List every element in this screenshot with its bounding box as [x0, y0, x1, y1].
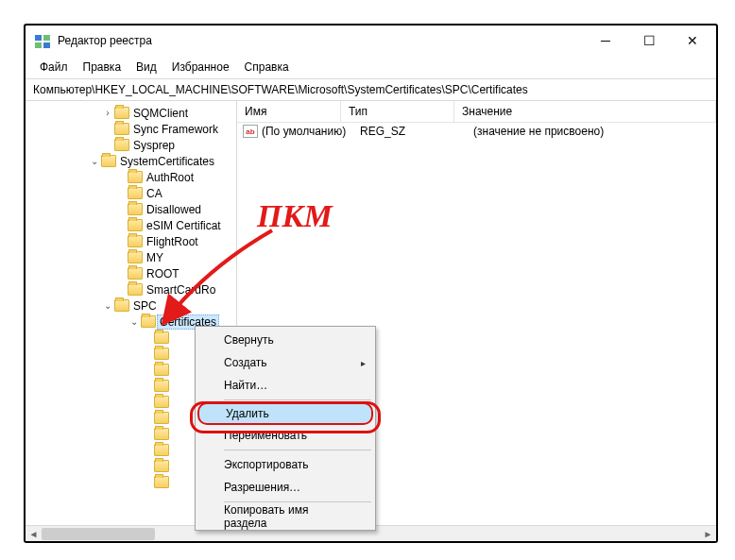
tree-node[interactable]: eSIM Certificat: [26, 217, 236, 233]
folder-icon: [128, 187, 143, 199]
context-menu-label: Разрешения…: [224, 481, 300, 494]
menu-separator: [224, 399, 371, 400]
tree-node[interactable]: Disallowed: [26, 201, 236, 217]
tree-node[interactable]: SystemCertificates: [26, 153, 236, 169]
tree-node-label: AuthRoot: [146, 171, 194, 184]
folder-icon: [114, 123, 129, 135]
window-title: Редактор реестра: [58, 34, 584, 47]
folder-icon: [128, 251, 143, 263]
regedit-icon: [33, 31, 52, 50]
col-name[interactable]: Имя: [237, 101, 341, 122]
menu-separator: [224, 501, 371, 502]
maximize-button[interactable]: ☐: [627, 26, 671, 55]
menu-help[interactable]: Справка: [238, 58, 296, 76]
folder-icon: [141, 315, 156, 328]
tree-node-label: eSIM Certificat: [146, 219, 221, 232]
context-menu-item[interactable]: Копировать имя раздела: [197, 505, 373, 528]
context-menu-label: Создать: [224, 356, 267, 369]
submenu-arrow-icon: ▸: [361, 358, 366, 368]
tree-node[interactable]: ROOT: [26, 265, 236, 281]
tree-node[interactable]: AuthRoot: [26, 169, 236, 185]
titlebar: Редактор реестра ─ ☐ ✕: [26, 25, 716, 56]
expand-icon[interactable]: [88, 156, 101, 166]
address-bar[interactable]: Компьютер\HKEY_LOCAL_MACHINE\SOFTWARE\Mi…: [26, 78, 716, 101]
svg-rect-3: [43, 42, 50, 48]
tree-node[interactable]: Sync Framework: [26, 121, 236, 137]
context-menu-item[interactable]: Удалить: [197, 402, 373, 425]
context-menu-label: Свернуть: [224, 333, 274, 347]
tree-node-label: SPC: [133, 299, 157, 313]
minimize-button[interactable]: ─: [584, 26, 627, 55]
menu-view[interactable]: Вид: [129, 58, 163, 76]
col-type[interactable]: Тип: [341, 101, 454, 122]
col-value[interactable]: Значение: [454, 101, 716, 122]
folder-icon: [154, 428, 169, 440]
context-menu-item[interactable]: Создать▸: [197, 351, 373, 374]
menu-file[interactable]: Файл: [33, 58, 75, 76]
list-row[interactable]: ab (По умолчанию) REG_SZ (значение не пр…: [237, 123, 716, 140]
folder-icon: [101, 155, 116, 167]
tree-node-label: MY: [146, 251, 163, 264]
list-header: Имя Тип Значение: [237, 101, 716, 123]
scroll-thumb[interactable]: [42, 528, 155, 540]
folder-icon: [154, 476, 169, 488]
string-value-icon: ab: [243, 125, 258, 138]
menu-favorites[interactable]: Избранное: [165, 58, 236, 76]
menu-edit[interactable]: Правка: [77, 58, 128, 76]
context-menu-item[interactable]: Свернуть: [197, 329, 373, 351]
context-menu-item[interactable]: Найти…: [197, 374, 373, 397]
scroll-right-icon[interactable]: ►: [700, 526, 716, 542]
tree-node[interactable]: SPC: [26, 297, 236, 314]
svg-rect-0: [35, 35, 42, 41]
folder-icon: [154, 444, 169, 456]
folder-icon: [128, 235, 143, 247]
menubar: Файл Правка Вид Избранное Справка: [26, 56, 716, 78]
scroll-left-icon[interactable]: ◄: [26, 526, 42, 542]
tree-node[interactable]: FlightRoot: [26, 233, 236, 249]
folder-icon: [154, 412, 169, 424]
folder-icon: [154, 396, 169, 408]
svg-rect-2: [35, 42, 42, 48]
expand-icon[interactable]: [101, 300, 114, 311]
context-menu-label: Найти…: [224, 379, 267, 392]
folder-icon: [154, 348, 169, 360]
svg-rect-1: [43, 35, 50, 41]
context-menu-label: Экспортировать: [224, 458, 309, 471]
cell-name: (По умолчанию): [262, 125, 360, 138]
cell-value: (значение не присвоено): [473, 125, 716, 138]
folder-icon: [128, 171, 143, 183]
tree-node-label: SystemCertificates: [120, 155, 214, 168]
close-button[interactable]: ✕: [671, 26, 714, 55]
context-menu-item[interactable]: Переименовать: [197, 424, 373, 447]
tree-node-label: FlightRoot: [146, 235, 198, 248]
tree-node-label: SQMClient: [133, 107, 188, 120]
expand-icon[interactable]: [128, 316, 141, 327]
context-menu-label: Копировать имя раздела: [224, 503, 352, 530]
tree-node-label: CA: [146, 187, 162, 200]
folder-icon: [154, 380, 169, 392]
folder-icon: [128, 219, 143, 231]
folder-icon: [128, 203, 143, 215]
tree-node[interactable]: MY: [26, 249, 236, 265]
tree-node-label: Sysprep: [133, 139, 175, 152]
tree-node-label: Sync Framework: [133, 123, 218, 136]
context-menu-item[interactable]: Разрешения…: [197, 476, 373, 499]
folder-icon: [154, 331, 169, 344]
context-menu-item[interactable]: Экспортировать: [197, 453, 373, 476]
folder-icon: [154, 460, 169, 472]
tree-node[interactable]: Sysprep: [26, 137, 236, 153]
tree-node[interactable]: SmartCardRo: [26, 281, 236, 297]
tree-node[interactable]: CA: [26, 185, 236, 201]
folder-icon: [114, 299, 129, 312]
context-menu-label: Удалить: [226, 407, 269, 420]
menu-separator: [224, 450, 371, 450]
cell-type: REG_SZ: [360, 125, 473, 138]
folder-icon: [114, 139, 129, 151]
tree-node[interactable]: SQMClient: [26, 105, 236, 121]
tree-node-label: Disallowed: [146, 203, 201, 216]
folder-icon: [128, 283, 143, 296]
context-menu: СвернутьСоздать▸Найти…УдалитьПереименова…: [195, 326, 376, 531]
tree-node-label: SmartCardRo: [146, 283, 215, 297]
folder-icon: [114, 107, 129, 119]
expand-icon[interactable]: [101, 108, 114, 118]
